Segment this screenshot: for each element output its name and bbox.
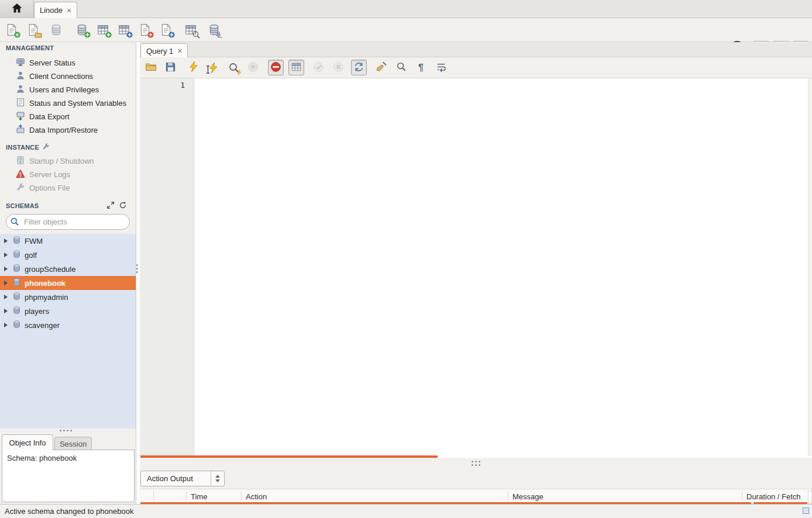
expander-icon[interactable] bbox=[4, 239, 8, 243]
query-tab-bar: Query 1 × bbox=[140, 42, 812, 57]
open-file-button[interactable] bbox=[143, 60, 159, 75]
inspect-database-button[interactable] bbox=[48, 22, 64, 38]
schema-list: FWM golf groupSchedule phonebook phpmyad… bbox=[0, 234, 136, 429]
column-header-time[interactable]: Time bbox=[191, 492, 207, 501]
home-tab[interactable] bbox=[0, 0, 34, 18]
sidebar-item-data-export[interactable]: Data Export bbox=[0, 110, 136, 123]
database-icon bbox=[50, 23, 63, 36]
toggle-autocommit-button[interactable] bbox=[351, 60, 367, 75]
create-view-button[interactable] bbox=[116, 22, 132, 38]
execute-current-icon bbox=[208, 62, 219, 74]
limit-rows-button[interactable] bbox=[288, 60, 304, 75]
column-separator[interactable] bbox=[742, 491, 742, 501]
output-type-select[interactable]: Action Output bbox=[140, 471, 225, 486]
expander-icon[interactable] bbox=[4, 309, 8, 313]
stop-on-error-icon bbox=[270, 61, 281, 74]
system-variables-icon bbox=[16, 98, 25, 109]
sidebar-resize-handle[interactable] bbox=[136, 264, 138, 273]
expand-schemas-icon[interactable] bbox=[106, 201, 115, 211]
column-separator[interactable] bbox=[153, 491, 154, 501]
refresh-schemas-icon[interactable] bbox=[119, 201, 127, 211]
sql-editor-toolbar: ¶ bbox=[140, 57, 812, 78]
server-status-icon bbox=[16, 57, 25, 68]
schema-item-groupschedule[interactable]: groupSchedule bbox=[0, 262, 136, 276]
users-privileges-icon bbox=[16, 84, 25, 95]
editor-vertical-scrollbar[interactable] bbox=[808, 78, 812, 456]
execute-query-button[interactable] bbox=[185, 60, 201, 75]
clear-query-button[interactable] bbox=[373, 60, 389, 75]
rollback-button[interactable] bbox=[331, 60, 346, 75]
sidebar-item-client-connections[interactable]: Client Connections bbox=[0, 70, 136, 83]
column-header-duration[interactable]: Duration / Fetch bbox=[746, 492, 801, 501]
schema-item-golf[interactable]: golf bbox=[0, 248, 136, 262]
output-table-header: Time Action Message Duration / Fetch bbox=[140, 489, 812, 504]
sidebar-item-data-import[interactable]: Data Import/Restore bbox=[0, 123, 136, 137]
schema-icon bbox=[12, 320, 21, 330]
line-number-gutter: 1 bbox=[140, 78, 194, 456]
toggle-word-wrap-button[interactable] bbox=[433, 60, 449, 75]
tab-session[interactable]: Session bbox=[54, 437, 92, 450]
expander-icon[interactable] bbox=[4, 267, 8, 271]
schema-item-scavenger[interactable]: scavenger bbox=[0, 318, 136, 332]
create-procedure-button[interactable] bbox=[137, 22, 153, 38]
schema-item-phonebook[interactable]: phonebook bbox=[0, 276, 136, 290]
search-table-data-button[interactable] bbox=[183, 22, 199, 38]
schema-filter-input[interactable] bbox=[6, 214, 130, 230]
stop-query-button[interactable] bbox=[245, 60, 261, 75]
explain-plan-button[interactable] bbox=[226, 60, 242, 75]
schema-item-fwm[interactable]: FWM bbox=[0, 234, 136, 248]
sidebar-item-status-system-variables[interactable]: Status and System Variables bbox=[0, 96, 136, 110]
expander-icon[interactable] bbox=[4, 281, 8, 285]
limit-rows-icon bbox=[291, 61, 302, 74]
sidebar-splitter-handle[interactable] bbox=[60, 430, 72, 431]
options-file-icon bbox=[16, 182, 25, 194]
save-script-button[interactable] bbox=[163, 60, 178, 75]
sidebar-item-server-status[interactable]: Server Status bbox=[0, 56, 136, 70]
sidebar-item-users-privileges[interactable]: Users and Privileges bbox=[0, 83, 136, 96]
tab-object-info[interactable]: Object Info bbox=[2, 434, 53, 450]
stop-icon bbox=[247, 61, 259, 74]
tab-query-1[interactable]: Query 1 × bbox=[140, 43, 188, 58]
expander-icon[interactable] bbox=[4, 253, 8, 257]
sql-editor[interactable]: 1 bbox=[140, 78, 812, 456]
data-import-icon bbox=[16, 125, 25, 136]
create-procedure-icon bbox=[139, 23, 152, 36]
pilcrow-icon: ¶ bbox=[418, 63, 424, 72]
find-button[interactable] bbox=[393, 60, 409, 75]
schema-icon bbox=[12, 250, 21, 260]
close-icon[interactable]: × bbox=[67, 6, 71, 15]
toggle-invisible-chars-button[interactable]: ¶ bbox=[413, 60, 429, 75]
column-separator[interactable] bbox=[508, 491, 508, 501]
new-query-tab-button[interactable] bbox=[4, 22, 20, 38]
search-table-data-icon bbox=[184, 23, 197, 36]
open-sql-script-button[interactable] bbox=[25, 22, 42, 38]
close-icon[interactable]: × bbox=[177, 47, 182, 55]
sidebar-item-startup-shutdown[interactable]: Startup / Shutdown bbox=[0, 154, 136, 168]
resize-grip[interactable] bbox=[803, 507, 809, 514]
output-splitter-handle[interactable] bbox=[140, 458, 812, 469]
broom-icon bbox=[376, 61, 387, 74]
expander-icon[interactable] bbox=[4, 323, 8, 327]
create-table-button[interactable] bbox=[95, 22, 111, 38]
connection-tab-linode[interactable]: Linode × bbox=[34, 2, 77, 18]
schema-item-players[interactable]: players bbox=[0, 304, 136, 318]
column-separator[interactable] bbox=[186, 491, 187, 501]
reconnect-dbms-button[interactable] bbox=[206, 22, 222, 38]
column-header-message[interactable]: Message bbox=[512, 492, 543, 501]
execute-current-statement-button[interactable] bbox=[205, 60, 221, 75]
sidebar-item-options-file[interactable]: Options File bbox=[0, 181, 136, 195]
create-schema-button[interactable] bbox=[74, 22, 90, 38]
create-function-button[interactable] bbox=[158, 22, 174, 38]
sidebar-item-server-logs[interactable]: Server Logs bbox=[0, 168, 136, 181]
toggle-stop-on-error-button[interactable] bbox=[268, 60, 284, 75]
line-number: 1 bbox=[180, 81, 185, 89]
column-separator[interactable] bbox=[241, 491, 242, 501]
column-header-action[interactable]: Action bbox=[246, 492, 267, 501]
splitter-dots-icon bbox=[472, 461, 480, 466]
schema-item-phpmyadmin[interactable]: phpmyadmin bbox=[0, 290, 136, 304]
spinner-arrows-icon[interactable] bbox=[211, 471, 224, 486]
commit-button[interactable] bbox=[311, 60, 326, 75]
search-icon bbox=[10, 217, 19, 228]
expander-icon[interactable] bbox=[4, 295, 8, 299]
create-function-icon bbox=[160, 23, 173, 36]
